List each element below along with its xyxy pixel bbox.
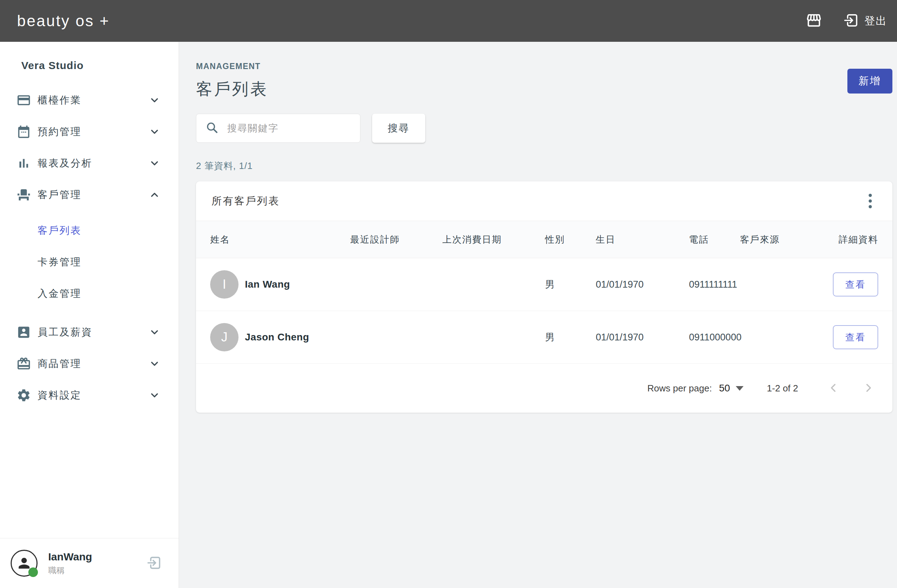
topbar: beauty os + 登出: [0, 0, 897, 42]
pagination-range: 1-2 of 2: [767, 383, 798, 394]
chevron-down-icon: [149, 95, 160, 106]
sidebar-item-customers[interactable]: 客戶管理: [0, 179, 179, 211]
page-title: 客戶列表: [196, 78, 892, 100]
chevron-right-icon: [862, 381, 876, 396]
sidebar-item-voucher-management[interactable]: 卡券管理: [0, 246, 179, 278]
chevron-down-icon: [149, 126, 160, 137]
gift-icon: [16, 356, 31, 371]
table-row: J Jason Cheng 男 01/01/1970 0911000000 查看: [196, 311, 892, 364]
result-summary: 2 筆資料, 1/1: [196, 160, 892, 172]
user-job-title: 職稱: [48, 565, 92, 576]
sidebar-item-counter[interactable]: 櫃檯作業: [0, 84, 179, 116]
sidebar-item-label: 客戶管理: [38, 188, 81, 202]
sidebar-user-panel: IanWang 職稱: [0, 538, 179, 588]
search-icon: [205, 121, 219, 136]
birthday-cell: 01/01/1970: [596, 332, 689, 343]
table-pagination: Rows per page: 50 1-2 of 2: [196, 364, 892, 413]
chevron-down-icon: [149, 389, 160, 401]
chevron-up-icon: [149, 189, 160, 200]
table-header-row: 姓名 最近設計師 上次消費日期 性別 生日 電話 客戶來源 詳細資料: [196, 221, 892, 258]
column-header-name: 姓名: [210, 234, 350, 246]
chevron-left-icon: [827, 381, 840, 396]
storefront-icon: [805, 12, 822, 30]
user-name: IanWang: [48, 551, 92, 563]
sidebar: Vera Studio 櫃檯作業 預約管理: [0, 42, 179, 588]
birthday-cell: 01/01/1970: [596, 279, 689, 290]
customer-list-card: 所有客戶列表 姓名 最近設計師 上次消費日期 性別 生日 電話 客戶來源 詳細資…: [196, 181, 892, 413]
rows-per-page-select[interactable]: 50: [719, 383, 744, 394]
gear-icon: [16, 388, 31, 403]
caret-down-icon: [736, 386, 744, 391]
sidebar-item-settings[interactable]: 資料設定: [0, 379, 179, 411]
customer-name: Ian Wang: [245, 279, 290, 290]
main-content: MANAGEMENT 客戶列表 新增 搜尋 2 筆資料, 1/1 所有客戶列表 …: [179, 42, 897, 588]
previous-page-button[interactable]: [827, 381, 840, 396]
logout-icon: [843, 12, 859, 30]
search-button[interactable]: 搜尋: [372, 114, 425, 143]
logout-icon: [146, 555, 162, 572]
sidebar-item-label: 預約管理: [38, 125, 81, 139]
sidebar-item-reports[interactable]: 報表及分析: [0, 147, 179, 179]
card-menu-button[interactable]: [864, 191, 877, 211]
sidebar-item-deposit-management[interactable]: 入金管理: [0, 278, 179, 309]
sidebar-item-staff[interactable]: 員工及薪資: [0, 316, 179, 348]
studio-name: Vera Studio: [21, 60, 179, 72]
card-title: 所有客戶列表: [211, 194, 280, 208]
column-header-last-purchase-date: 上次消費日期: [442, 234, 545, 246]
sidebar-nav: 櫃檯作業 預約管理 報表及分析: [0, 84, 179, 411]
view-details-button[interactable]: 查看: [833, 272, 878, 296]
chevron-down-icon: [149, 157, 160, 169]
storefront-button[interactable]: [805, 12, 822, 30]
card-icon: [16, 93, 31, 108]
sidebar-item-label: 資料設定: [38, 389, 81, 402]
column-header-gender: 性別: [545, 234, 596, 246]
rows-per-page-label: Rows per page:: [647, 383, 712, 394]
search-row: 搜尋: [196, 114, 892, 143]
gender-cell: 男: [545, 278, 596, 291]
user-info: IanWang 職稱: [48, 551, 92, 576]
sidebar-item-label: 報表及分析: [38, 157, 92, 170]
next-page-button[interactable]: [862, 381, 876, 396]
column-header-source: 客戶來源: [740, 234, 829, 246]
topbar-actions: 登出: [805, 12, 887, 30]
sidebar-item-booking[interactable]: 預約管理: [0, 116, 179, 147]
gender-cell: 男: [545, 331, 596, 344]
phone-cell: 0911000000: [689, 332, 740, 343]
rows-per-page-value: 50: [719, 383, 730, 394]
app-logo: beauty os +: [17, 12, 110, 30]
sidebar-item-label: 櫃檯作業: [38, 93, 81, 107]
search-input[interactable]: [227, 123, 353, 134]
logout-button[interactable]: 登出: [843, 12, 887, 30]
sidebar-item-customer-list[interactable]: 客戶列表: [0, 215, 179, 246]
avatar: I: [210, 270, 239, 299]
search-box: [196, 114, 360, 143]
card-header: 所有客戶列表: [196, 181, 892, 221]
calendar-icon: [16, 124, 31, 139]
sidebar-item-label: 員工及薪資: [38, 325, 92, 339]
bar-chart-icon: [16, 156, 31, 171]
online-status-dot: [28, 567, 38, 577]
chevron-down-icon: [149, 327, 160, 338]
logout-label: 登出: [864, 14, 887, 28]
sidebar-item-products[interactable]: 商品管理: [0, 348, 179, 379]
column-header-details: 詳細資料: [829, 234, 878, 246]
breadcrumb: MANAGEMENT: [196, 62, 892, 71]
column-header-phone: 電話: [689, 234, 740, 246]
chevron-down-icon: [149, 358, 160, 370]
table-row: I Ian Wang 男 01/01/1970 0911111111 查看: [196, 258, 892, 311]
seat-icon: [16, 187, 31, 202]
column-header-birthday: 生日: [596, 234, 689, 246]
avatar: [11, 550, 38, 577]
customer-name: Jason Cheng: [245, 331, 309, 343]
sidebar-item-label: 商品管理: [38, 357, 81, 371]
kebab-icon: [869, 194, 872, 197]
add-customer-button[interactable]: 新增: [847, 69, 892, 93]
badge-icon: [16, 325, 31, 340]
column-header-recent-designer: 最近設計師: [350, 234, 442, 246]
view-details-button[interactable]: 查看: [833, 325, 878, 349]
customer-submenu: 客戶列表 卡券管理 入金管理: [0, 215, 179, 309]
avatar: J: [210, 323, 239, 351]
user-logout-button[interactable]: [146, 555, 162, 572]
name-cell: I Ian Wang: [210, 270, 350, 299]
name-cell: J Jason Cheng: [210, 323, 350, 351]
